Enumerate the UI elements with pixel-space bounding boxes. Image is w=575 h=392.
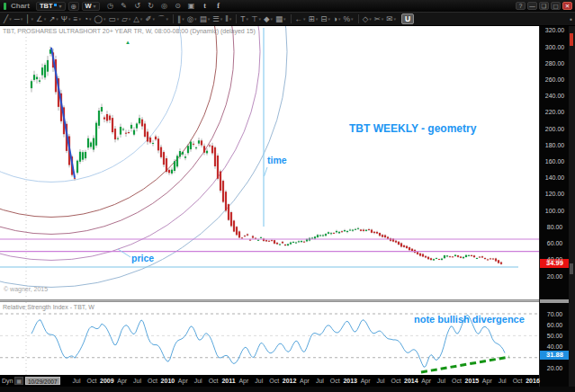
measure-tool-button[interactable]: %▾	[343, 13, 355, 24]
anchored-text-tool-icon: ⊤	[251, 14, 257, 24]
layout-icon[interactable]: ▣	[186, 2, 197, 11]
gann-circle-tool-button[interactable]: ◎▾	[186, 13, 198, 24]
time-axis-label: Jul	[194, 378, 202, 384]
scrollbar-strip[interactable]	[569, 26, 575, 387]
drawing-toolbar: ╱▾─▾│▾∠▾↗▾Ψ▾≡▾◔▾◯▾▭▾▱▾△▾✐▾⌒▾∥▾◎▾▤▾☰▾‖▾T▾…	[0, 12, 575, 26]
titlebar-icon-group: ◷✎↺↻◎⊙▣tf	[105, 2, 224, 11]
interval-input[interactable]: W ▾	[82, 2, 100, 11]
price-axis-label: 120.00	[540, 191, 570, 197]
arrow-tool-button[interactable]: ↗▾	[48, 13, 59, 24]
facebook-icon[interactable]: f	[213, 2, 224, 11]
rectangle-tool-icon: ▭	[109, 14, 116, 24]
brush-tool-button[interactable]: ✐▾	[144, 13, 156, 24]
calendar-icon[interactable]: ▦	[14, 377, 23, 385]
chevron-down-icon[interactable]: ▾	[94, 3, 96, 9]
triangle-tool-icon: △	[133, 14, 139, 24]
time-axis-label: Oct	[452, 378, 462, 384]
compare-button[interactable]: ⊕	[68, 2, 79, 11]
rows-layout-tool-button[interactable]: ⊟▾	[319, 13, 331, 24]
settings-icon[interactable]: ⊙	[173, 2, 184, 11]
arrow-marker-tool-button[interactable]: ←▾	[294, 13, 307, 24]
trend-line-tool-icon: ╱	[4, 14, 8, 24]
visibility-tool-button[interactable]: ◑▾	[332, 13, 342, 24]
goto-date-box[interactable]: 10/29/2007	[25, 377, 60, 385]
help-button[interactable]: ?	[516, 2, 526, 10]
chevron-down-icon: ▾	[351, 14, 354, 24]
main-chart-pane[interactable]: TBT, PROSHARES ULTRASHORT 20+ YEAR TR, W…	[0, 26, 539, 299]
rsi-pane[interactable]: Relative Strength Index - TBT, W note bu…	[0, 302, 539, 375]
rectangle-tool-button[interactable]: ▭▾	[108, 13, 121, 24]
symbol-input[interactable]: TBT ▾	[36, 2, 66, 11]
pencil-icon[interactable]: ✎	[119, 2, 130, 11]
clock-icon[interactable]: ◷	[105, 2, 116, 11]
callout-tool-icon: ◆	[264, 14, 270, 24]
price-axis[interactable]: 34.99 31.88 320.00300.00280.00260.00240.…	[539, 26, 569, 387]
time-axis-label: Oct	[148, 378, 157, 384]
data-flag-dot	[54, 4, 57, 6]
price-label-tool-button[interactable]: ▦▾	[274, 13, 287, 24]
chevron-down-icon: ▾	[220, 14, 223, 24]
chevron-down-icon: ▾	[271, 14, 274, 24]
chat-tool-button[interactable]: ✉▾	[385, 13, 397, 24]
pitchfork-tool-icon: Ψ	[61, 14, 67, 24]
chevron-down-icon: ▾	[140, 14, 143, 24]
twitter-icon[interactable]: t	[200, 2, 211, 11]
close-button[interactable]: ✕	[562, 2, 572, 10]
eraser-tool-button[interactable]: ✂▾	[373, 13, 385, 24]
time-cycles-tool-button[interactable]: ☰▾	[211, 13, 223, 24]
time-axis-label: 2012	[283, 378, 297, 384]
ellipse-tool-button[interactable]: ◯▾	[94, 13, 107, 24]
anchored-text-tool-button[interactable]: ⊤▾	[250, 13, 262, 24]
pitchfork-tool-button[interactable]: Ψ▾	[60, 13, 72, 24]
toolbar-overflow-icon[interactable]: ▪	[570, 15, 572, 23]
chart-title-note: TBT WEEKLY - geometry	[349, 122, 476, 135]
zoom-tool-icon: ◇	[363, 14, 369, 24]
time-axis-label: Jul	[316, 378, 324, 384]
toolbar-separator	[358, 14, 359, 23]
horizontal-line-tool-button[interactable]: ─▾	[13, 13, 24, 24]
price-axis-label: 160.00	[540, 158, 570, 165]
brush-tool-icon: ✐	[145, 14, 151, 24]
bars-pattern-tool-button[interactable]: ‖▾	[224, 13, 232, 24]
chevron-down-icon[interactable]: ▾	[58, 3, 61, 9]
maximize-button[interactable]: ▢	[551, 2, 561, 10]
chevron-down-icon: ▾	[89, 14, 92, 24]
minimize-button[interactable]: —	[527, 2, 537, 10]
vertical-line-tool-icon: │	[25, 14, 30, 24]
toolbar-separator	[173, 14, 174, 23]
fib-circles-tool-button[interactable]: ◔▾	[83, 13, 93, 24]
gann-circle-tool-icon: ◎	[187, 14, 193, 24]
chevron-down-icon: ▾	[103, 14, 106, 24]
chevron-down-icon: ▾	[129, 14, 131, 24]
underline-tool-button[interactable]: U	[401, 13, 414, 24]
text-tool-button[interactable]: T▾	[239, 13, 249, 24]
chevron-down-icon: ▾	[56, 14, 58, 24]
rsi-axis-label: 40.00	[540, 343, 570, 350]
grid-tool-button[interactable]: ⊞▾	[308, 13, 319, 24]
parallelogram-tool-button[interactable]: ▱▾	[121, 13, 131, 24]
undo-icon[interactable]: ↺	[132, 2, 143, 11]
parallel-channel-tool-button[interactable]: ∥▾	[176, 13, 185, 24]
vertical-line-tool-button[interactable]: │▾	[24, 13, 34, 24]
snapshot-icon[interactable]: ◎	[159, 2, 170, 11]
restore-button[interactable]: ❏	[539, 2, 549, 10]
time-axis-label: Oct	[513, 378, 523, 384]
time-axis[interactable]: Dyn ▦ 10/29/2007 JulOct2009AprJulOct2010…	[0, 375, 539, 387]
chevron-down-icon: ▾	[208, 14, 211, 24]
trend-line-tool-button[interactable]: ╱▾	[3, 13, 13, 24]
chevron-down-icon: ▾	[194, 14, 197, 24]
callout-tool-button[interactable]: ◆▾	[263, 13, 274, 24]
time-axis-label: 2016	[526, 378, 540, 384]
zoom-tool-button[interactable]: ◇▾	[362, 13, 373, 24]
chevron-down-icon: ▾	[21, 14, 23, 24]
redo-icon[interactable]: ↻	[146, 2, 157, 11]
fib-retracement-tool-icon: ≡	[73, 14, 77, 24]
triangle-tool-button[interactable]: △▾	[132, 13, 143, 24]
fib-retracement-tool-button[interactable]: ≡▾	[72, 13, 81, 24]
price-axis-label: 220.00	[540, 109, 570, 115]
curve-tool-button[interactable]: ⌒▾	[157, 13, 169, 24]
angle-line-tool-button[interactable]: ∠▾	[35, 13, 47, 24]
bottom-window-strip	[0, 387, 575, 392]
gann-box-tool-button[interactable]: ▤▾	[199, 13, 211, 24]
eraser-tool-icon: ✂	[374, 14, 381, 24]
